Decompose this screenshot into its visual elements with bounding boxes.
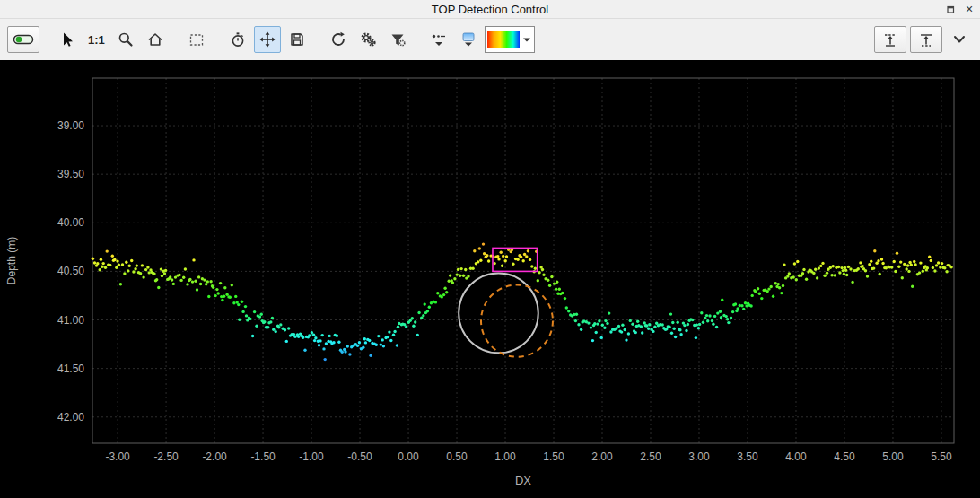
window: TOP Detection Control × 1:1 <box>0 0 980 498</box>
gears-icon <box>359 31 377 48</box>
expected-pipe-circle <box>481 285 553 357</box>
svg-text:-1.00: -1.00 <box>299 450 324 463</box>
svg-text:0.50: 0.50 <box>446 450 468 463</box>
svg-text:5.50: 5.50 <box>931 450 952 463</box>
svg-text:4.00: 4.00 <box>785 450 807 463</box>
colormap-gradient <box>487 31 520 48</box>
titlebar[interactable]: TOP Detection Control × <box>0 0 980 19</box>
snap-top-icon <box>882 31 898 48</box>
floppy-icon <box>288 31 306 48</box>
svg-text:4.50: 4.50 <box>834 450 855 463</box>
svg-text:Depth (m): Depth (m) <box>5 237 18 284</box>
zoom-tool-button[interactable] <box>112 26 139 53</box>
svg-text:39.00: 39.00 <box>57 119 84 132</box>
chevron-down-icon <box>951 31 967 48</box>
svg-text:1.00: 1.00 <box>494 450 516 463</box>
snap-top-button[interactable] <box>874 26 906 53</box>
svg-text:40.00: 40.00 <box>57 216 84 229</box>
collapse-toolbar-button[interactable] <box>946 26 973 53</box>
home-icon <box>146 31 164 48</box>
snap-top-alt-button[interactable] <box>910 26 942 53</box>
cursor-tool-button[interactable] <box>54 26 81 53</box>
zoom-ratio-button[interactable]: 1:1 <box>83 26 109 53</box>
refresh-button[interactable] <box>325 26 352 53</box>
snap-top-alt-icon <box>918 31 934 48</box>
close-button[interactable]: × <box>962 2 976 16</box>
svg-text:1.50: 1.50 <box>543 450 564 463</box>
scatter-plot[interactable]: -3.00-2.50-2.00-1.50-1.00-0.500.000.501.… <box>0 60 980 498</box>
refresh-icon <box>329 31 347 48</box>
power-toggle-button[interactable] <box>7 26 39 53</box>
svg-text:41.50: 41.50 <box>57 363 84 375</box>
svg-text:3.00: 3.00 <box>688 450 710 463</box>
gradient-swatch-icon <box>459 31 477 48</box>
svg-text:42.00: 42.00 <box>57 411 84 424</box>
svg-text:5.00: 5.00 <box>882 450 904 463</box>
point-style-icon <box>430 31 448 48</box>
svg-text:40.50: 40.50 <box>57 265 84 277</box>
settings-button[interactable] <box>354 26 381 53</box>
svg-text:-0.50: -0.50 <box>347 450 372 463</box>
svg-text:0.00: 0.00 <box>398 450 419 463</box>
float-window-icon <box>946 4 956 14</box>
marquee-icon <box>188 31 206 48</box>
move-icon <box>258 31 276 48</box>
detected-pipe-circle <box>459 274 538 354</box>
svg-text:-2.00: -2.00 <box>202 450 227 463</box>
stopwatch-icon <box>229 31 247 48</box>
window-title: TOP Detection Control <box>432 3 548 16</box>
magnifier-icon <box>117 31 135 48</box>
svg-text:3.50: 3.50 <box>737 450 758 463</box>
svg-text:41.00: 41.00 <box>57 314 84 327</box>
svg-text:39.50: 39.50 <box>57 168 84 180</box>
svg-text:-3.00: -3.00 <box>105 450 130 463</box>
timer-button[interactable] <box>224 26 251 53</box>
cursor-icon <box>58 31 76 48</box>
pan-tool-button[interactable] <box>254 26 281 53</box>
toggle-icon <box>13 31 34 48</box>
svg-text:-2.50: -2.50 <box>153 450 179 463</box>
point-style-dropdown[interactable] <box>425 26 452 53</box>
svg-text:-1.50: -1.50 <box>250 450 276 463</box>
fill-style-dropdown[interactable] <box>455 26 482 53</box>
chevron-down-icon <box>435 42 442 46</box>
svg-text:DX: DX <box>515 474 531 487</box>
marquee-select-button[interactable] <box>183 26 210 53</box>
filter-icon <box>389 31 407 48</box>
chart-region: -3.00-2.50-2.00-1.50-1.00-0.500.000.501.… <box>0 60 980 498</box>
toolbar: 1:1 <box>0 19 980 60</box>
save-button[interactable] <box>284 26 311 53</box>
float-window-button[interactable] <box>943 2 958 16</box>
colormap-dropdown[interactable] <box>485 26 535 53</box>
svg-text:2.00: 2.00 <box>591 450 613 463</box>
chevron-down-icon <box>521 31 532 48</box>
filter-settings-button[interactable] <box>384 26 411 53</box>
home-view-button[interactable] <box>142 26 169 53</box>
svg-text:2.50: 2.50 <box>640 450 661 463</box>
chevron-down-icon <box>465 43 472 47</box>
